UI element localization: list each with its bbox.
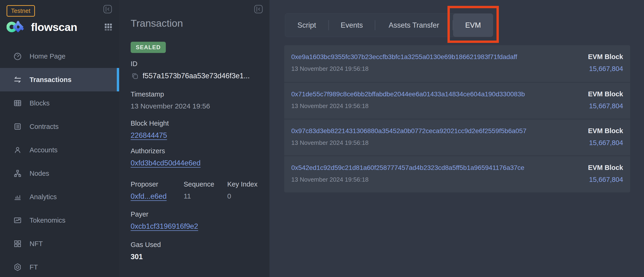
timestamp-value: 13 November 2024 19:56 [131,102,260,110]
field-proposer: Proposer 0xfd...e6ed Sequence 11 Key Ind… [131,180,260,201]
sidebar-item-accounts[interactable]: Accounts [0,138,119,162]
authorizer-address-link[interactable]: 0xfd3b4cd50d44e6ed [131,159,200,167]
tab-bar: Script Events Assets Transfer EVM [285,13,493,37]
sidebar-item-label: NFT [30,240,43,248]
brand-name: flowscan [31,21,77,33]
evm-block-label: EVM Block [588,164,623,172]
list-doc-icon [13,122,22,131]
evm-block-label: EVM Block [588,127,623,135]
table-grid-icon [13,99,22,108]
panel-collapse-icon [103,4,112,14]
evm-block-number-link[interactable]: 15,667,804 [589,65,623,73]
sidebar-item-label: Analytics [30,193,57,201]
key-index-column: Key Index 0 [227,180,258,200]
sidebar-item-contracts[interactable]: Contracts [0,115,119,138]
evm-tx-hash-link[interactable]: 0x97c83d3eb8221431306880a35452a0b0772cec… [291,127,526,135]
sidebar-item-tokenomics[interactable]: Tokenomics [0,209,119,232]
sidebar-item-transactions[interactable]: Transactions [0,68,119,91]
field-timestamp: Timestamp 13 November 2024 19:56 [131,90,260,110]
transaction-id-value: f557a1573b76aa53e73d46f3e1... [142,72,250,80]
sidebar-nav: Home Page Transactions [0,44,119,277]
field-id: ID f557a1573b76aa53e73d46f3e1... [131,60,260,80]
tab-evm[interactable]: EVM [453,13,493,37]
evm-tx-timestamp: 13 November 2024 19:56:18 [291,102,369,110]
sidebar-collapse-button[interactable] [103,4,112,14]
main-content: Script Events Assets Transfer EVM 0xe9a1… [270,0,644,277]
apps-grid-button[interactable] [104,22,112,31]
grid-2x2-icon [13,239,22,248]
evm-transaction-row[interactable]: 0xe9a1603bc9355fc307b23eccfb3bfc1a3255a0… [284,45,630,82]
sequence-label: Sequence [184,180,214,188]
active-item-accent-bar [117,68,119,91]
evm-transaction-row[interactable]: 0x542ed1c92d59c21d81a60f258777457ad4b232… [284,156,630,192]
transaction-detail-panel: Transaction SEALED ID f557a1573b76aa53e7… [119,0,270,277]
block-height-link[interactable]: 226844475 [131,131,167,140]
authorizers-label: Authorizers [131,147,260,155]
evm-tx-timestamp: 13 November 2024 19:56:18 [291,139,369,146]
sidebar-item-nodes[interactable]: Nodes [0,162,119,185]
person-icon [13,146,22,154]
payer-address-link[interactable]: 0xcb1cf3196916f9e2 [131,222,198,231]
key-index-label: Key Index [227,180,258,188]
sidebar-item-label: FT [30,264,38,271]
evm-block-number-link[interactable]: 15,667,804 [589,139,623,147]
gas-used-label: Gas Used [131,241,260,249]
sidebar-item-blocks[interactable]: Blocks [0,91,119,115]
gas-used-value: 301 [131,253,260,261]
evm-tx-hash-link[interactable]: 0x542ed1c92d59c21d81a60f258777457ad4b232… [291,164,524,172]
field-block-height: Block Height 226844475 [131,120,260,140]
hierarchy-icon [13,169,22,178]
sequence-value: 11 [184,192,214,200]
proposer-address-link[interactable]: 0xfd...e6ed [131,192,166,201]
sidebar-item-label: Contracts [30,123,59,131]
status-badge: SEALED [131,42,166,53]
id-label: ID [131,60,260,68]
evm-block-label: EVM Block [588,53,623,61]
flowscan-logo [6,19,25,35]
field-authorizers: Authorizers 0xfd3b4cd50d44e6ed [131,147,260,167]
network-badge: Testnet [6,5,35,17]
tab-assets-transfer[interactable]: Assets Transfer [375,13,453,37]
tab-script[interactable]: Script [285,13,328,37]
panel-collapse-icon [254,4,263,14]
evm-block-label: EVM Block [588,90,623,98]
sidebar-item-label: Tokenomics [30,217,66,224]
token-icon [13,263,22,272]
sequence-column: Sequence 11 [184,180,214,200]
sidebar-item-label: Home Page [30,52,66,60]
evm-block-number-link[interactable]: 15,667,804 [589,102,623,110]
evm-block-number-link[interactable]: 15,667,804 [589,176,623,184]
apps-grid-icon [104,22,112,31]
sidebar-item-analytics[interactable]: Analytics [0,185,119,209]
evm-tx-hash-link[interactable]: 0xe9a1603bc9355fc307b23eccfb3bfc1a3255a0… [291,53,517,61]
field-gas-used: Gas Used 301 [131,241,260,261]
sidebar-item-label: Blocks [30,99,50,107]
panel-collapse-button[interactable] [254,4,263,14]
evm-tx-timestamp: 13 November 2024 19:56:18 [291,65,369,72]
evm-tx-timestamp: 13 November 2024 19:56:18 [291,176,369,183]
block-height-label: Block Height [131,120,260,127]
evm-transaction-row[interactable]: 0x97c83d3eb8221431306880a35452a0b0772cec… [284,119,630,156]
sidebar-item-label: Transactions [30,76,72,84]
evm-transaction-row[interactable]: 0x71de55c7f989c8ce6bb2bffabdbe2044ee6a01… [284,82,630,119]
key-index-value: 0 [227,192,258,200]
sidebar: Testnet [0,0,119,277]
timestamp-label: Timestamp [131,90,260,98]
field-payer: Payer 0xcb1cf3196916f9e2 [131,211,260,231]
gauge-icon [13,52,22,61]
payer-label: Payer [131,211,260,218]
copy-icon [131,72,139,80]
copy-button[interactable] [131,72,139,80]
brand-row: flowscan [6,19,112,35]
panel-title: Transaction [131,17,183,29]
tab-events[interactable]: Events [329,13,375,37]
sidebar-item-label: Nodes [30,170,49,177]
evm-transactions-list: 0xe9a1603bc9355fc307b23eccfb3bfc1a3255a0… [284,45,630,192]
sidebar-item-home-page[interactable]: Home Page [0,44,119,68]
sidebar-item-nft[interactable]: NFT [0,232,119,256]
sidebar-item-label: Accounts [30,146,58,154]
evm-tx-hash-link[interactable]: 0x71de55c7f989c8ce6bb2bffabdbe2044ee6a01… [291,90,525,98]
sidebar-item-ft[interactable]: FT [0,256,119,277]
bar-chart-icon [13,192,22,201]
swap-icon [13,75,22,84]
